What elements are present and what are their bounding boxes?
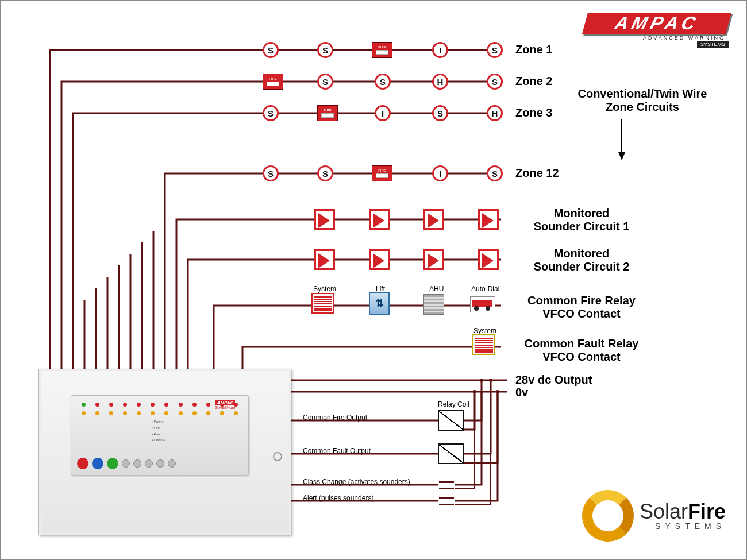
sounder2-3-icon — [423, 249, 440, 265]
zone3-dev4-smoke-icon: S — [432, 105, 448, 121]
zone2-dev3-smoke-icon: S — [375, 74, 391, 90]
zone1-dev2-smoke-icon: S — [317, 42, 333, 58]
fire-alarm-control-panel: AMPAC ZoneFinder • Power • Fire • Fault … — [38, 369, 291, 535]
cap-system1: System — [313, 285, 336, 293]
diagram-frame: AMPAC ADVANCED WARNING SYSTEMS SolarFire… — [0, 0, 747, 560]
cap-system2: System — [473, 327, 496, 335]
sounder2-label: Monitored Sounder Circuit 2 — [518, 247, 645, 273]
fire-relay-autodial-icon — [470, 296, 495, 312]
sounder1-2-icon — [369, 209, 385, 225]
common-fire-output-label: Common Fire Output — [303, 414, 367, 422]
relay-coil-label: Relay Coil — [438, 400, 469, 408]
panel-btn-reset[interactable] — [107, 458, 118, 469]
panel-indicators: • Power • Fire • Fault • Disable — [152, 419, 165, 443]
panel-btn-fire[interactable] — [77, 458, 88, 469]
fault-relay-system-icon — [472, 334, 495, 355]
zone1-dev5-smoke-icon: S — [487, 42, 503, 58]
svg-point-3 — [473, 390, 476, 393]
sounder1-3-icon — [423, 209, 440, 225]
sounder2-1-icon — [314, 249, 330, 265]
solarfire-sub: SYSTEMS — [640, 522, 726, 530]
solarfire-ring-icon — [582, 490, 634, 542]
svg-point-2 — [489, 379, 492, 382]
ampac-sub: ADVANCED WARNING — [585, 35, 729, 41]
relay-coil-fault-icon — [438, 443, 464, 464]
sounder1-1-icon — [314, 209, 330, 225]
zone1-dev3-mcp-icon: FIRE — [372, 42, 392, 58]
solarfire-main: SolarFire — [640, 501, 726, 522]
zone3-dev5-heat-icon: H — [487, 105, 503, 121]
zone2-dev2-smoke-icon: S — [317, 74, 333, 90]
sounder2-2-icon — [369, 249, 385, 265]
class-change-contact-icon — [439, 481, 454, 489]
svg-point-1 — [480, 379, 483, 382]
sounder1-4-icon — [478, 209, 494, 225]
28v-label: 28v dc Output — [515, 373, 592, 387]
zone12-dev3-mcp-icon: FIRE — [372, 165, 392, 181]
sounder2-4-icon — [478, 249, 494, 265]
zone3-dev3-ion-icon: I — [375, 105, 391, 121]
fault-relay-label: Common Fault Relay VFCO Contact — [515, 337, 648, 364]
alert-label: Alert (pulses sounders) — [303, 494, 374, 502]
fire-relay-system-icon — [311, 293, 334, 314]
zone1-dev4-ion-icon: I — [432, 42, 448, 58]
fire-relay-ahu-icon — [423, 294, 444, 315]
logo-ampac: AMPAC ADVANCED WARNING SYSTEMS — [585, 13, 729, 48]
fire-relay-lift-icon: ⇅ — [369, 292, 390, 315]
alert-contact-icon — [439, 497, 454, 505]
fire-relay-label: Common Fire Relay VFCO Contact — [515, 294, 648, 320]
zone2-dev1-mcp-icon: FIRE — [263, 74, 283, 90]
zone12-dev1-smoke-icon: S — [263, 165, 279, 181]
0v-label: 0v — [515, 386, 528, 399]
panel-btn-3[interactable] — [145, 459, 153, 468]
panel-brand: AMPAC ZoneFinder — [208, 400, 242, 415]
ampac-name: AMPAC — [582, 13, 731, 34]
logo-solarfire: SolarFire SYSTEMS — [582, 490, 726, 542]
panel-front: AMPAC ZoneFinder • Power • Fire • Fault … — [71, 395, 249, 476]
panel-btn-1[interactable] — [122, 459, 130, 468]
zone12-dev2-smoke-icon: S — [317, 165, 333, 181]
svg-point-4 — [496, 390, 499, 393]
zone2-dev5-smoke-icon: S — [487, 74, 503, 90]
zone12-label: Zone 12 — [515, 167, 559, 180]
panel-buttons — [77, 458, 176, 469]
ampac-sys: SYSTEMS — [697, 41, 729, 48]
zone2-dev4-heat-icon: H — [432, 74, 448, 90]
sounder1-label: Monitored Sounder Circuit 1 — [518, 207, 645, 233]
zone3-label: Zone 3 — [515, 106, 552, 119]
panel-keyhole-icon — [273, 452, 282, 461]
zone-circuits-heading: Conventional/Twin Wire Zone Circuits — [573, 87, 711, 114]
panel-btn-2[interactable] — [133, 459, 141, 468]
zone3-dev1-smoke-icon: S — [263, 105, 279, 121]
relay-coil-fire-icon — [438, 410, 464, 431]
zone2-label: Zone 2 — [515, 75, 552, 88]
zone12-dev4-ion-icon: I — [432, 165, 448, 181]
cap-autodial: Auto-Dial — [471, 285, 499, 293]
panel-btn-4[interactable] — [156, 459, 164, 468]
zone1-label: Zone 1 — [515, 43, 552, 56]
class-change-label: Class Change (activates sounders) — [303, 478, 410, 486]
common-fault-output-label: Common Fault Output — [303, 447, 371, 455]
zone3-dev2-mcp-icon: FIRE — [317, 105, 338, 121]
panel-btn-silence[interactable] — [92, 458, 103, 469]
zone1-dev1-smoke-icon: S — [263, 42, 279, 58]
zone12-dev5-smoke-icon: S — [487, 165, 503, 181]
panel-btn-5[interactable] — [168, 459, 176, 468]
cap-ahu: AHU — [429, 285, 444, 293]
